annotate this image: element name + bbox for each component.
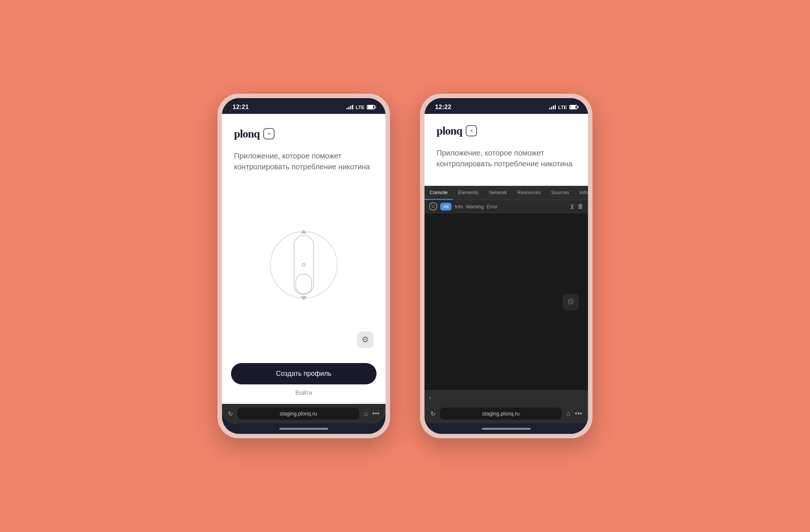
devtools-tab-info[interactable]: Info (574, 186, 588, 200)
home-icon-left[interactable]: ⌂ (364, 410, 368, 418)
status-bar-right: 12:22 LTE (424, 98, 588, 114)
create-profile-button[interactable]: Создать профиль (231, 363, 376, 384)
devtools-tab-console[interactable]: Console (424, 186, 453, 200)
devtools-tabs: Console Elements Network Resources Sourc… (424, 186, 588, 200)
devtools-tab-elements[interactable]: Elements (453, 186, 484, 200)
time-left: 12:21 (232, 103, 249, 111)
status-bar-left: 12:21 LTE (222, 98, 386, 114)
refresh-icon-left[interactable]: ↻ (228, 410, 233, 417)
logo-x-icon: × (267, 131, 270, 137)
app-top-right: plonq × Приложение, которое поможет конт… (424, 114, 588, 186)
phone-right: 12:22 LTE plonq × (420, 94, 592, 438)
devtools-panel: Console Elements Network Resources Sourc… (424, 186, 588, 404)
device-pod-icon (294, 235, 314, 295)
logo-x-button-right[interactable]: × (466, 125, 477, 136)
filter-trash-icon[interactable]: 🗑 (578, 203, 584, 210)
gear-button-right[interactable]: ⚙ (562, 294, 579, 310)
filter-warning-button[interactable]: Warning (466, 204, 484, 209)
status-icons-left: LTE (346, 105, 375, 110)
gear-button-left[interactable]: ⚙ (357, 332, 374, 348)
filter-all-button[interactable]: All (440, 203, 452, 211)
logo-text-left: plonq (234, 127, 260, 140)
browser-toolbar-left: ↻ staging.plonq.ru ⌂ ••• (222, 404, 386, 423)
home-indicator-right (424, 423, 588, 434)
browser-toolbar-right: ↻ staging.plonq.ru ⌂ ••• (424, 404, 588, 423)
refresh-icon-right[interactable]: ↻ (430, 410, 435, 417)
signal-icon (346, 105, 353, 109)
status-icons-right: LTE (549, 105, 578, 110)
devtools-tab-sources[interactable]: Sources (546, 186, 574, 200)
device-illustration-left: ⚙ (234, 181, 374, 348)
logo-x-button-left[interactable]: × (263, 128, 274, 139)
devtools-console-area: ⚙ (424, 213, 588, 390)
logo-area-right: plonq × (436, 124, 576, 137)
home-icon-right[interactable]: ⌂ (566, 410, 570, 418)
filter-info-button[interactable]: Info (454, 204, 463, 209)
more-icon-right[interactable]: ••• (575, 410, 582, 418)
devtools-footer: › (424, 390, 588, 404)
logo-area-left: plonq × (234, 127, 374, 140)
signal-icon-right (549, 105, 556, 109)
device-dot-icon (302, 263, 306, 267)
app-tagline-left: Приложение, которое поможет контролирова… (234, 151, 374, 172)
battery-icon-right (569, 105, 578, 109)
more-icon-left[interactable]: ••• (372, 410, 380, 418)
devtools-tab-resources[interactable]: Resources (512, 186, 546, 200)
devtools-filter-bar: ⊘ All Info Warning Error ⊻ 🗑 (424, 200, 588, 213)
network-label-left: LTE (356, 105, 364, 110)
home-indicator-left (222, 423, 386, 434)
browser-url-left[interactable]: staging.plonq.ru (237, 408, 359, 420)
logo-x-icon-right: × (470, 128, 473, 134)
filter-funnel-icon[interactable]: ⊻ (570, 203, 574, 210)
app-tagline-right: Приложение, которое поможет контролирова… (436, 148, 576, 169)
devtools-tab-network[interactable]: Network (484, 186, 512, 200)
browser-url-right[interactable]: staging.plonq.ru (440, 408, 562, 420)
devtools-arrow-icon[interactable]: › (429, 394, 431, 401)
filter-error-button[interactable]: Error (487, 204, 498, 209)
filter-icons: ⊻ 🗑 (570, 203, 584, 210)
battery-icon-left (367, 105, 375, 109)
login-link[interactable]: Войти (296, 390, 312, 396)
bottom-actions-left: Создать профиль Войти (222, 357, 386, 404)
network-label-right: LTE (558, 105, 567, 110)
phone-left: 12:21 LTE plonq (218, 94, 390, 438)
time-right: 12:22 (435, 103, 451, 111)
logo-text-right: plonq (436, 124, 462, 137)
app-content-left: plonq × Приложение, которое поможет конт… (222, 114, 386, 423)
filter-no-button[interactable]: ⊘ (429, 202, 437, 211)
